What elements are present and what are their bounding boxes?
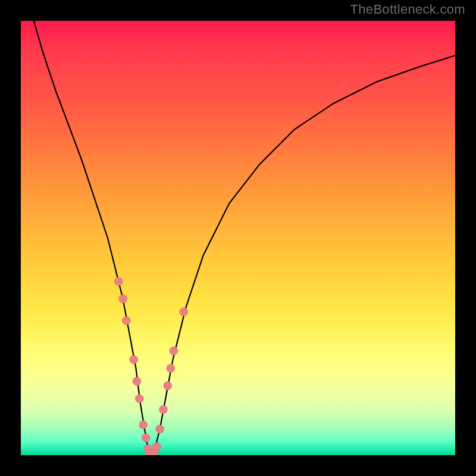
data-marker xyxy=(119,295,127,303)
bottleneck-curve xyxy=(34,21,455,455)
data-marker xyxy=(135,394,143,403)
data-marker xyxy=(156,425,164,433)
plot-area xyxy=(21,21,455,455)
data-marker xyxy=(164,381,172,390)
data-marker xyxy=(130,355,138,364)
data-marker xyxy=(139,421,148,429)
data-marker xyxy=(159,405,167,414)
data-marker xyxy=(133,377,141,386)
data-marker xyxy=(152,442,161,450)
data-marker xyxy=(170,347,178,355)
marker-group xyxy=(114,277,188,455)
data-marker xyxy=(180,308,188,316)
chart-svg xyxy=(21,21,455,455)
chart-frame: TheBottleneck.com xyxy=(0,0,476,476)
data-marker xyxy=(122,317,130,325)
data-marker xyxy=(167,364,175,372)
watermark-text: TheBottleneck.com xyxy=(350,2,465,17)
data-marker xyxy=(114,277,123,286)
data-marker xyxy=(142,434,150,442)
